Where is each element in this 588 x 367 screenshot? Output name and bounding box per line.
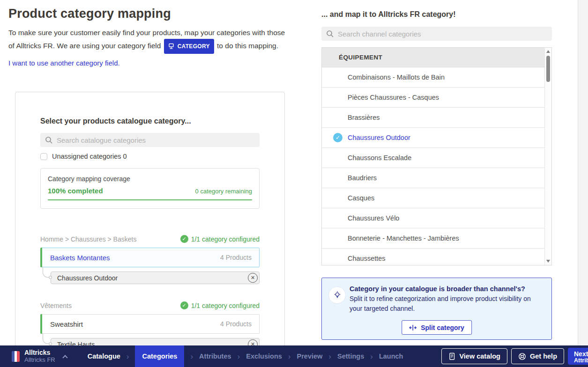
channel-category-row-selected[interactable]: ✓ Chaussures Outdoor [322, 128, 544, 148]
row-label: Brassières [348, 114, 380, 121]
chevron-right-icon: › [127, 352, 129, 360]
tip-title: Category in your catalogue is broader th… [350, 285, 542, 293]
bottom-navbar: Alltricks Alltricks FR Catalogue › Categ… [0, 345, 588, 367]
split-button-label: Split category [421, 324, 464, 331]
change-category-field-link[interactable]: I want to use another category field. [8, 59, 120, 67]
page-header: Product category mapping To make sure yo… [8, 7, 286, 67]
row-label: Pièces Chaussures - Casques [348, 94, 439, 101]
coverage-completed: 100% completed [48, 187, 103, 195]
connector-dot [49, 276, 52, 279]
list-scrollbar[interactable] [544, 48, 551, 265]
step-catalogue[interactable]: Catalogue [88, 352, 120, 360]
mapped-category-pill: Chaussures Outdoor ✕ [51, 272, 260, 284]
unassigned-filter[interactable]: Unassigned categories 0 [40, 153, 260, 160]
scrollbar-thumb[interactable] [546, 56, 550, 82]
channel-name: Alltricks FR [24, 356, 55, 363]
view-catalog-label: View catalog [459, 352, 500, 360]
connector-dot [49, 342, 52, 345]
channel-search-input[interactable] [338, 30, 547, 38]
coverage-label: Category mapping coverage [48, 175, 252, 183]
row-label: Chaussures Vélo [348, 214, 399, 222]
channel-category-row[interactable]: Chaussures Vélo [322, 208, 544, 228]
step-exclusions: Exclusions [246, 352, 282, 360]
coverage-card: Category mapping coverage 100% completed… [40, 168, 260, 209]
description-after: to do this mapping. [217, 42, 278, 50]
step-launch: Launch [379, 352, 403, 360]
channel-category-row[interactable]: Pièces Chaussures - Casques [322, 88, 544, 108]
split-icon [409, 324, 417, 331]
product-count: 4 Products [220, 254, 252, 261]
catalog-panel: Select your products catalogue category.… [15, 92, 285, 348]
step-settings: Settings [337, 352, 364, 360]
status-badge: ✓ 1/1 category configured [180, 235, 260, 243]
channel-category-list: ÉQUIPEMENT Combinaisons - Maillots de Ba… [321, 47, 552, 265]
category-name: Baskets Montantes [50, 254, 110, 262]
get-help-button[interactable]: Get help [511, 348, 564, 364]
view-catalog-button[interactable]: View catalog [441, 348, 507, 364]
channel-category-row[interactable]: Bonneterie - Manchettes - Jambières [322, 228, 544, 249]
unassigned-checkbox[interactable] [40, 153, 47, 160]
lifebuoy-icon [518, 352, 526, 360]
channel-category-row[interactable]: Combinaisons - Maillots de Bain [322, 67, 544, 88]
next-button-title: Next [574, 351, 588, 358]
next-step-button[interactable]: Next Attributes [568, 348, 588, 365]
search-icon [326, 30, 334, 38]
row-label: Combinaisons - Maillots de Bain [348, 73, 445, 81]
document-icon [448, 352, 455, 360]
chevron-right-icon: › [370, 352, 373, 360]
catalog-section: Homme > Chaussures > Baskets ✓ 1/1 categ… [40, 235, 260, 284]
category-field-badge: CATEGORY [164, 39, 214, 54]
channel-category-row[interactable]: Chaussettes [322, 249, 544, 265]
lightbulb-icon [328, 286, 346, 304]
scroll-down-icon[interactable] [546, 260, 550, 263]
check-circle-icon: ✓ [180, 235, 188, 243]
step-categories[interactable]: Categories [135, 345, 184, 367]
search-icon [45, 136, 53, 144]
catalog-category-card-baskets-montantes[interactable]: Baskets Montantes 4 Products [40, 248, 260, 267]
channel-category-row[interactable]: Brassières [322, 108, 544, 128]
scroll-up-icon[interactable] [546, 50, 550, 53]
channel-panel-title: ... and map it to Alltricks FR category! [321, 10, 552, 19]
chevron-up-icon[interactable] [62, 355, 67, 360]
breadcrumb: Vêtements [40, 302, 72, 309]
get-help-label: Get help [530, 352, 557, 360]
france-flag-icon [12, 351, 20, 362]
category-name: Sweatshirt [50, 320, 83, 328]
row-label: Chaussettes [348, 255, 386, 262]
selected-check-icon: ✓ [333, 133, 342, 142]
navbar-actions: View catalog Get help [441, 348, 564, 364]
row-label: Baudriers [348, 174, 377, 182]
channel-panel: ... and map it to Alltricks FR category!… [321, 7, 552, 340]
step-preview: Preview [297, 352, 323, 360]
breadcrumb: Homme > Chaussures > Baskets [40, 235, 136, 243]
row-label: Casques [348, 194, 374, 202]
catalog-section: Vêtements ✓ 1/1 category configured Swea… [40, 301, 260, 351]
unassigned-label: Unassigned categories 0 [52, 153, 127, 160]
coverage-progress-bar [48, 199, 252, 200]
catalog-panel-title: Select your products catalogue category.… [40, 117, 260, 125]
mapping-row: Chaussures Outdoor ✕ [51, 272, 260, 284]
status-text: 1/1 category configured [191, 302, 260, 309]
page-description: To make sure your customer easily find y… [8, 27, 286, 54]
split-tip-box: Category in your catalogue is broader th… [321, 278, 552, 340]
catalog-search-input[interactable] [57, 136, 255, 144]
chevron-right-icon: › [238, 352, 240, 360]
status-badge: ✓ 1/1 category configured [180, 301, 260, 309]
page-right-gutter [578, 0, 588, 345]
split-category-button[interactable]: Split category [402, 320, 472, 335]
remove-mapping-button[interactable]: ✕ [248, 273, 258, 283]
row-label: Chaussures Outdoor [348, 134, 410, 141]
row-label: Chaussons Escalade [348, 154, 411, 161]
channel-search [321, 27, 552, 41]
chevron-right-icon: › [328, 352, 331, 360]
store-selector[interactable]: Alltricks Alltricks FR [12, 349, 67, 363]
channel-category-row[interactable]: Casques [322, 188, 544, 208]
channel-category-row[interactable]: Chaussons Escalade [322, 148, 544, 168]
coverage-remaining: 0 category remaining [195, 188, 252, 195]
channel-category-row[interactable]: Baudriers [322, 168, 544, 188]
wizard-steps: Catalogue › Categories › Attributes › Ex… [88, 345, 403, 367]
tip-body: Split it to refine categorization and im… [350, 294, 537, 314]
catalog-category-card-sweatshirt[interactable]: Sweatshirt 4 Products [40, 314, 260, 334]
chevron-right-icon: › [190, 352, 193, 360]
step-attributes: Attributes [199, 352, 231, 360]
